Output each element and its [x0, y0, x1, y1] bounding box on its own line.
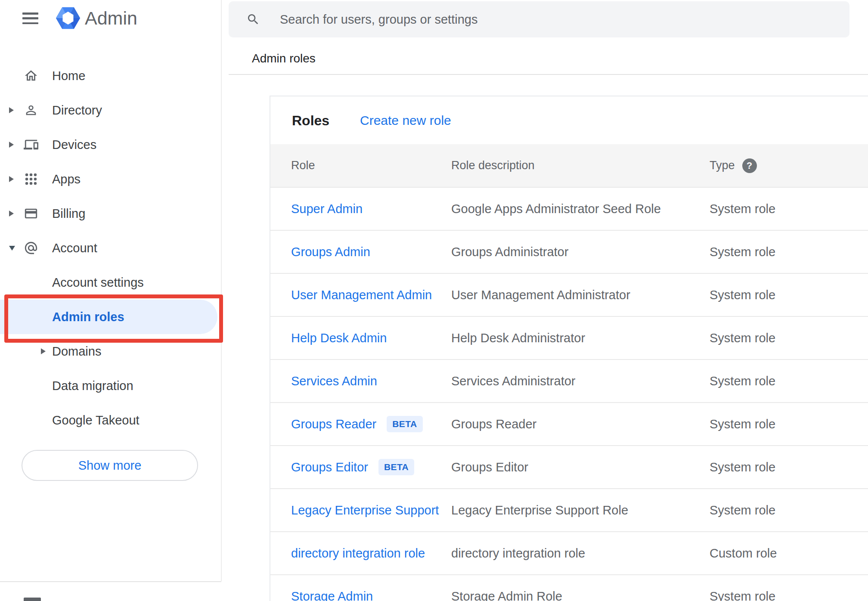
caret-icon [9, 246, 15, 251]
role-type: Custom role [710, 546, 868, 561]
nav-item-label: Home [52, 69, 85, 83]
nav-item-icon [24, 413, 38, 428]
sidebar-nav-item[interactable]: Directory [0, 93, 221, 127]
role-type: System role [710, 460, 868, 474]
search-bar[interactable] [229, 1, 849, 37]
sidebar-nav-item[interactable]: Data migration [0, 369, 221, 403]
sidebar-nav-item[interactable]: Home [0, 59, 221, 93]
role-type: System role [710, 331, 868, 345]
roles-panel-header: Roles Create new role [270, 96, 868, 144]
role-type: System role [710, 202, 868, 216]
sidebar-nav-item[interactable]: Devices [0, 127, 221, 162]
role-description: Help Desk Administrator [451, 331, 710, 345]
table-row: Help Desk Admin Help Desk Administrator … [270, 316, 868, 359]
role-description: Services Administrator [451, 374, 710, 388]
sidebar-nav-item[interactable]: Admin roles [0, 300, 221, 334]
role-link[interactable]: Services Admin [291, 374, 377, 388]
roles-table-body: Super Admin Google Apps Administrator Se… [270, 187, 868, 601]
table-row: Legacy Enterprise Support Legacy Enterpr… [270, 488, 868, 531]
role-cell: Groups Editor BETA [291, 459, 451, 475]
breadcrumb: Admin roles [252, 52, 316, 65]
nav-item-icon [24, 241, 38, 255]
nav-item-icon [24, 172, 38, 186]
role-cell: Legacy Enterprise Support [291, 503, 451, 517]
caret-icon [9, 176, 14, 182]
panel-title: Roles [292, 112, 329, 128]
role-link[interactable]: directory integration role [291, 546, 425, 561]
role-link[interactable]: Super Admin [291, 202, 363, 216]
sidebar-nav-item[interactable]: Google Takeout [0, 403, 221, 437]
table-row: Super Admin Google Apps Administrator Se… [270, 187, 868, 230]
table-row: Groups Editor BETA Groups Editor System … [270, 445, 868, 488]
role-link[interactable]: Groups Admin [291, 245, 370, 259]
role-description: Groups Reader [451, 417, 710, 431]
sidebar-nav-item[interactable]: Domains [0, 334, 221, 369]
nav-item-label: Data migration [52, 379, 133, 393]
role-description: Legacy Enterprise Support Role [451, 503, 710, 517]
column-header-description: Role description [451, 159, 710, 172]
nav-item-icon [24, 206, 38, 221]
sidebar-nav-item[interactable]: Account settings [0, 265, 221, 300]
role-description: Groups Administrator [451, 245, 710, 259]
role-description: User Management Administrator [451, 288, 710, 302]
role-description: Google Apps Administrator Seed Role [451, 202, 710, 216]
role-type: System role [710, 589, 868, 601]
role-link[interactable]: Groups Reader [291, 417, 376, 431]
column-header-role: Role [291, 159, 451, 172]
role-description: directory integration role [451, 546, 710, 561]
nav-item-icon [24, 137, 38, 152]
table-row: Services Admin Services Administrator Sy… [270, 359, 868, 402]
nav-item-label: Apps [52, 172, 81, 186]
role-type: System role [710, 503, 868, 517]
table-row: Groups Reader BETA Groups Reader System … [270, 402, 868, 445]
home-icon [24, 77, 38, 84]
caret-icon [9, 211, 14, 217]
role-link[interactable]: Legacy Enterprise Support [291, 503, 439, 517]
role-link[interactable]: User Management Admin [291, 288, 432, 302]
nav-item-icon [24, 344, 38, 359]
sidebar-nav: Home Directory [0, 59, 221, 437]
admin-logo-icon [56, 6, 81, 31]
nav-item-label: Directory [52, 103, 102, 118]
nav-item-icon [24, 378, 38, 393]
caret-icon [41, 348, 46, 354]
role-type: System role [710, 288, 868, 302]
caret-icon [9, 142, 14, 148]
role-cell: directory integration role [291, 546, 451, 561]
help-icon[interactable]: ? [742, 158, 757, 173]
create-new-role-link[interactable]: Create new role [360, 113, 451, 128]
beta-badge: BETA [378, 459, 414, 475]
role-cell: User Management Admin [291, 288, 451, 302]
caret-icon [9, 107, 14, 113]
table-header-row: Role Role description Type ? [270, 144, 868, 187]
apps-grid-icon [24, 180, 38, 188]
sidebar-header: Admin [0, 0, 221, 39]
nav-item-label: Domains [52, 344, 101, 359]
column-header-type: Type ? [710, 158, 868, 173]
role-cell: Groups Reader BETA [291, 416, 451, 432]
credit-card-icon [24, 215, 38, 222]
sidebar-nav-item[interactable]: Account [0, 231, 221, 265]
role-link[interactable]: Groups Editor [291, 460, 368, 474]
show-more-button[interactable]: Show more [22, 450, 198, 481]
search-input[interactable] [279, 12, 849, 27]
sidebar-nav-item[interactable]: Billing [0, 196, 221, 231]
role-link[interactable]: Help Desk Admin [291, 331, 387, 345]
partial-bottom-icon [24, 598, 41, 601]
main-content: Admin roles Roles Create new role Role R… [221, 0, 868, 601]
product-title: Admin [85, 8, 137, 28]
hamburger-menu-icon[interactable] [22, 12, 38, 24]
sidebar: Admin Home [0, 0, 221, 601]
role-description: Storage Admin Role [451, 589, 710, 601]
nav-item-label: Devices [52, 138, 96, 152]
table-row: User Management Admin User Management Ad… [270, 273, 868, 316]
role-cell: Groups Admin [291, 245, 451, 259]
sidebar-nav-item[interactable]: Apps [0, 162, 221, 196]
nav-item-label: Billing [52, 207, 85, 221]
nav-item-icon [24, 103, 38, 118]
role-cell: Services Admin [291, 374, 451, 388]
role-link[interactable]: Storage Admin [291, 589, 373, 601]
devices-icon [24, 146, 38, 153]
nav-item-icon [24, 275, 38, 290]
role-cell: Help Desk Admin [291, 331, 451, 345]
